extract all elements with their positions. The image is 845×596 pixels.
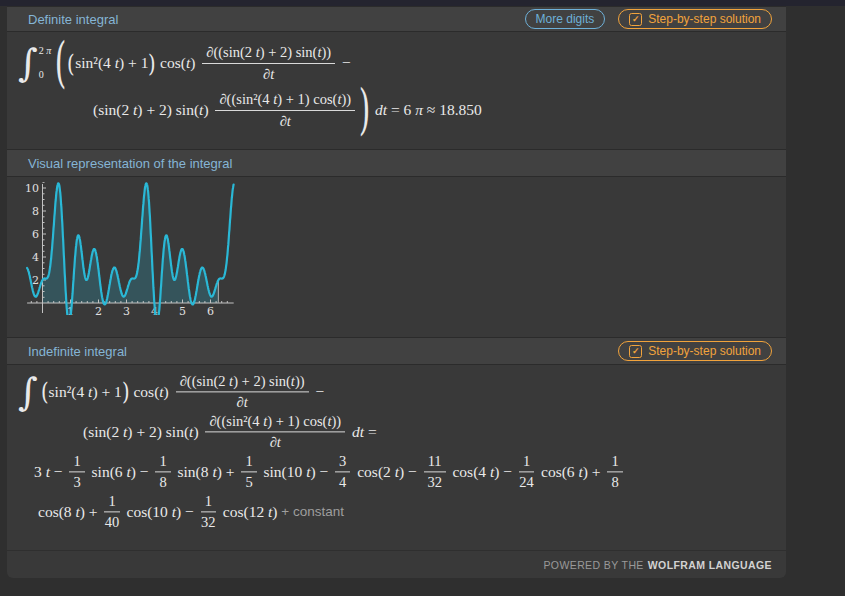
step-by-step-label: Step-by-step solution: [648, 12, 761, 26]
svg-text:2: 2: [32, 274, 39, 287]
checkbox-checked-icon: ✓: [629, 13, 642, 26]
svg-text:8: 8: [32, 205, 39, 218]
math-line-definite-1: ∫2 π0((sin²(4 t) + 1) cos(t) ∂((sin(2 t)…: [18, 36, 351, 90]
footer-prefix: POWERED BY THE: [543, 559, 643, 571]
math-line-definite-2: (sin(2 t) + 2) sin(t) ∂((sin²(4 t) + 1) …: [93, 83, 482, 137]
math-line-indefinite-1: ∫(sin²(4 t) + 1) cos(t) ∂((sin(2 t) + 2)…: [18, 372, 324, 411]
pod-indefinite-title: Indefinite integral: [28, 344, 618, 359]
results-card: Definite integral More digits ✓ Step-by-…: [7, 6, 786, 578]
svg-text:5: 5: [179, 305, 186, 318]
step-by-step-button-indefinite[interactable]: ✓ Step-by-step solution: [618, 341, 772, 361]
pod-definite-title: Definite integral: [28, 12, 525, 27]
step-by-step-button-definite[interactable]: ✓ Step-by-step solution: [618, 9, 772, 29]
step-by-step-label: Step-by-step solution: [648, 344, 761, 358]
more-digits-label: More digits: [536, 12, 595, 26]
pod-indefinite-header: Indefinite integral ✓ Step-by-step solut…: [7, 337, 786, 365]
svg-text:6: 6: [32, 228, 39, 241]
pod-visual-title: Visual representation of the integral: [28, 156, 772, 171]
pod-visual-header: Visual representation of the integral: [7, 149, 786, 177]
svg-text:3: 3: [123, 305, 130, 318]
pod-definite-header: Definite integral More digits ✓ Step-by-…: [7, 6, 786, 32]
integral-plot[interactable]: 123456246810: [15, 182, 255, 322]
math-line-indefinite-4: cos(8 t) + 140 cos(10 t) − 132 cos(12 t)…: [38, 492, 344, 531]
footer: POWERED BY THE WOLFRAM LANGUAGE: [7, 550, 786, 578]
svg-text:6: 6: [207, 305, 214, 318]
svg-text:4: 4: [32, 251, 39, 264]
wolfram-results-page: Definite integral More digits ✓ Step-by-…: [0, 0, 845, 596]
math-line-indefinite-3: 3 t − 13 sin(6 t) − 18 sin(8 t) + 15 sin…: [34, 452, 626, 491]
svg-text:10: 10: [25, 182, 39, 195]
footer-brand: WOLFRAM LANGUAGE: [648, 559, 772, 571]
more-digits-button[interactable]: More digits: [525, 9, 606, 29]
math-line-indefinite-2: (sin(2 t) + 2) sin(t) ∂((sin²(4 t) + 1) …: [83, 412, 377, 451]
checkbox-checked-icon: ✓: [629, 345, 642, 358]
svg-text:2: 2: [95, 305, 102, 318]
